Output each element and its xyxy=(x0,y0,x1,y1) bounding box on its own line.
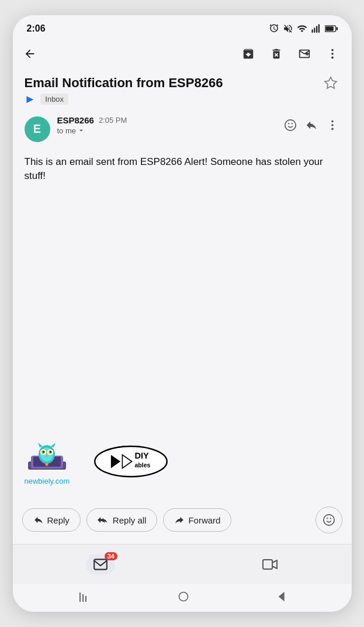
svg-rect-42 xyxy=(263,560,272,569)
video-icon xyxy=(262,558,278,571)
mail-nav-item[interactable]: 34 xyxy=(86,554,115,574)
reply-quick-button[interactable] xyxy=(304,118,319,136)
forward-label: Forward xyxy=(188,515,220,525)
svg-rect-45 xyxy=(85,596,86,602)
svg-text:DIY: DIY xyxy=(135,451,150,460)
sender-more-button[interactable] xyxy=(325,118,340,136)
sender-name: ESP8266 xyxy=(57,115,94,125)
sender-info: ESP8266 2:05 PM to me xyxy=(57,115,276,135)
svg-rect-41 xyxy=(94,559,107,569)
svg-marker-21 xyxy=(38,443,43,447)
svg-point-38 xyxy=(323,515,334,525)
sender-time: 2:05 PM xyxy=(99,116,127,125)
sender-to[interactable]: to me xyxy=(57,126,276,135)
forward-button[interactable]: Forward xyxy=(163,508,231,532)
mute-icon xyxy=(283,23,293,34)
newbiely-owl-icon xyxy=(25,439,69,474)
sender-area: E ESP8266 2:05 PM to me xyxy=(13,111,352,144)
svg-rect-46 xyxy=(179,592,188,601)
home-button[interactable] xyxy=(168,587,199,609)
action-buttons-area: Reply Reply all Forward xyxy=(13,497,352,544)
email-content-text: This is an email sent from ESP8266 Alert… xyxy=(25,155,340,184)
archive-button[interactable] xyxy=(240,45,257,63)
bottom-nav: 34 xyxy=(13,544,352,584)
status-bar: 2:06 xyxy=(13,15,352,39)
more-button[interactable] xyxy=(324,45,341,63)
newbiely-text: newbiely.com xyxy=(25,477,70,485)
reply-all-label: Reply all xyxy=(113,515,147,525)
svg-point-32 xyxy=(45,463,48,466)
reply-button[interactable]: Reply xyxy=(22,508,81,532)
recent-apps-button[interactable] xyxy=(70,588,100,608)
logos-area: newbiely.com DIY ables xyxy=(13,422,352,497)
svg-rect-0 xyxy=(311,30,313,33)
svg-rect-5 xyxy=(325,26,334,31)
svg-marker-22 xyxy=(51,443,56,447)
back-button[interactable] xyxy=(21,45,39,63)
battery-icon xyxy=(325,25,338,33)
svg-marker-47 xyxy=(278,591,284,601)
svg-point-8 xyxy=(331,53,334,55)
diyables-svg: DIY ables xyxy=(93,444,169,479)
email-subject: Email Notification from ESP8266 xyxy=(25,75,321,91)
chevron-right-icon: ► xyxy=(25,92,36,106)
add-reaction-button[interactable] xyxy=(316,507,342,533)
emoji-react-button[interactable] xyxy=(283,118,298,136)
svg-point-29 xyxy=(50,451,51,453)
email-subject-area: Email Notification from ESP8266 ► Inbox xyxy=(13,69,352,111)
mail-badge-container: 34 xyxy=(86,554,115,574)
wifi-icon xyxy=(297,23,307,34)
svg-point-7 xyxy=(331,49,334,51)
svg-point-9 xyxy=(331,57,334,59)
svg-point-16 xyxy=(331,128,334,130)
back-system-button[interactable] xyxy=(266,587,294,609)
svg-text:ables: ables xyxy=(135,461,151,468)
reply-all-button[interactable]: Reply all xyxy=(86,508,158,532)
svg-rect-43 xyxy=(79,592,81,602)
star-button[interactable] xyxy=(321,74,340,96)
mail-count-badge: 34 xyxy=(105,552,117,560)
sender-action-buttons xyxy=(283,118,340,136)
newbiely-logo: newbiely.com xyxy=(25,439,70,485)
status-icons xyxy=(269,23,338,34)
diyables-logo: DIY ables xyxy=(93,444,169,481)
move-button[interactable] xyxy=(296,45,313,63)
inbox-badge: Inbox xyxy=(40,94,68,105)
sender-avatar: E xyxy=(25,116,50,142)
signal-icon xyxy=(311,23,321,34)
svg-rect-2 xyxy=(316,26,317,33)
system-nav xyxy=(13,584,352,612)
top-action-bar xyxy=(13,39,352,69)
svg-point-14 xyxy=(331,120,334,122)
svg-marker-10 xyxy=(325,77,337,88)
delete-button[interactable] xyxy=(268,45,285,63)
svg-rect-44 xyxy=(82,594,84,602)
svg-rect-3 xyxy=(318,25,319,33)
svg-rect-6 xyxy=(336,27,338,30)
email-body: This is an email sent from ESP8266 Alert… xyxy=(13,144,352,422)
svg-point-11 xyxy=(285,119,295,130)
svg-point-15 xyxy=(331,124,334,126)
video-nav-item[interactable] xyxy=(262,558,278,571)
toolbar-actions xyxy=(240,45,341,63)
status-time: 2:06 xyxy=(27,23,46,34)
svg-point-28 xyxy=(43,451,44,453)
alarm-icon xyxy=(269,23,279,34)
reply-label: Reply xyxy=(47,515,70,525)
svg-rect-1 xyxy=(314,28,315,33)
